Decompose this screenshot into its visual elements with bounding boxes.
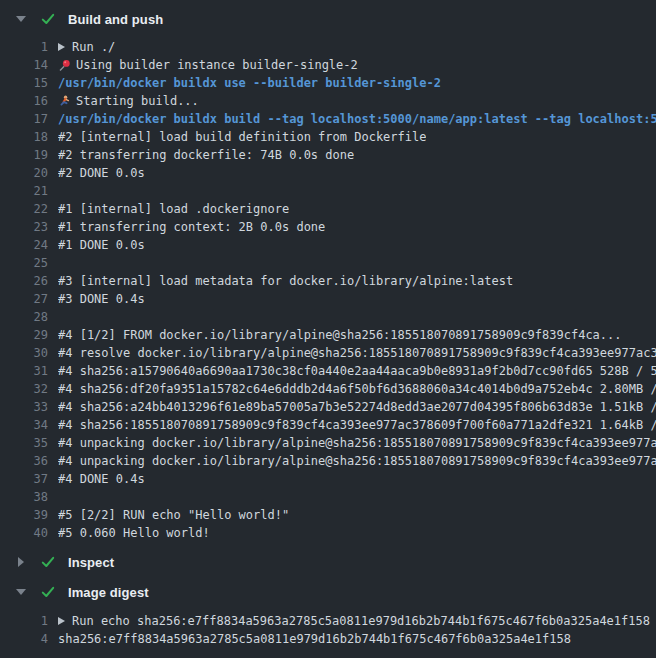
log-line: 29 #4 [1/2] FROM docker.io/library/alpin… [0, 326, 656, 344]
log-line: 37 #4 DONE 0.4s [0, 470, 656, 488]
line-number[interactable]: 33 [0, 398, 48, 416]
log-line: 31 #4 sha256:a15790640a6690aa1730c38cf0a… [0, 362, 656, 380]
line-number[interactable]: 20 [0, 164, 48, 182]
line-number[interactable]: 38 [0, 488, 48, 506]
section-header-image-digest[interactable]: Image digest [0, 581, 656, 603]
log-line-text: Starting build... [58, 92, 199, 110]
section-header-inspect[interactable]: Inspect [0, 551, 656, 573]
line-number[interactable]: 34 [0, 416, 48, 434]
log-line-text: #1 transferring context: 2B 0.0s done [58, 218, 325, 236]
log-line-text: sha256:e7ff8834a5963a2785c5a0811e979d16b… [58, 630, 571, 648]
line-number[interactable]: 19 [0, 146, 48, 164]
log-line-text: #4 unpacking docker.io/library/alpine@sh… [58, 434, 656, 452]
log-line-text: #1 DONE 0.0s [58, 236, 145, 254]
log-line-text: #4 unpacking docker.io/library/alpine@sh… [58, 452, 656, 470]
line-number[interactable]: 24 [0, 236, 48, 254]
log-line-text: #1 [internal] load .dockerignore [58, 200, 289, 218]
log-line-text: #5 0.060 Hello world! [58, 524, 210, 542]
pushpin-icon [58, 59, 71, 72]
log-line: 23 #1 transferring context: 2B 0.0s done [0, 218, 656, 236]
log-line-text: #2 transferring dockerfile: 74B 0.0s don… [58, 146, 354, 164]
log-line: 14 Using builder instance builder-single… [0, 56, 656, 74]
log-line: 35 #4 unpacking docker.io/library/alpine… [0, 434, 656, 452]
line-number[interactable]: 40 [0, 524, 48, 542]
line-number[interactable]: 22 [0, 200, 48, 218]
success-check-icon [40, 554, 56, 570]
line-number[interactable]: 1 [0, 38, 48, 56]
log-line-text: /usr/bin/docker buildx build --tag local… [58, 110, 656, 128]
log-line: 25 [0, 254, 656, 272]
log-line-text: #3 DONE 0.4s [58, 290, 145, 308]
log-line: 28 [0, 308, 656, 326]
log-line-text: #4 sha256:a24bb4013296f61e89ba57005a7b3e… [58, 398, 656, 416]
line-number[interactable]: 30 [0, 344, 48, 362]
log-group-line[interactable]: 1 Run ./ [0, 38, 656, 56]
chevron-down-icon [15, 16, 27, 22]
log-line: 21 [0, 182, 656, 200]
chevron-right-icon [15, 557, 27, 567]
log-line: 36 #4 unpacking docker.io/library/alpine… [0, 452, 656, 470]
line-number[interactable]: 37 [0, 470, 48, 488]
expand-arrow-icon[interactable] [58, 617, 65, 625]
log-line: 4 sha256:e7ff8834a5963a2785c5a0811e979d1… [0, 630, 656, 648]
section-log-lines: 1 Run ./ 14 Using builder instance build… [0, 38, 656, 542]
log-line: 39 #5 [2/2] RUN echo "Hello world!" [0, 506, 656, 524]
line-number[interactable]: 23 [0, 218, 48, 236]
log-line: 18 #2 [internal] load build definition f… [0, 128, 656, 146]
success-check-icon [40, 584, 56, 600]
log-line-text: #4 resolve docker.io/library/alpine@sha2… [58, 344, 656, 362]
success-check-icon [40, 11, 56, 27]
log-line: 16 Starting build... [0, 92, 656, 110]
log-line: 33 #4 sha256:a24bb4013296f61e89ba57005a7… [0, 398, 656, 416]
line-number[interactable]: 36 [0, 452, 48, 470]
log-line: 22 #1 [internal] load .dockerignore [0, 200, 656, 218]
log-line: 27 #3 DONE 0.4s [0, 290, 656, 308]
actions-log-viewer: Build and push 1 Run ./ 14 Using builder… [0, 0, 656, 658]
log-section: Inspect [0, 551, 656, 573]
line-number[interactable]: 15 [0, 74, 48, 92]
log-line: 20 #2 DONE 0.0s [0, 164, 656, 182]
log-line: 30 #4 resolve docker.io/library/alpine@s… [0, 344, 656, 362]
log-line-text: /usr/bin/docker buildx use --builder bui… [58, 74, 441, 92]
log-group-line[interactable]: 1 Run echo sha256:e7ff8834a5963a2785c5a0… [0, 612, 656, 630]
log-line-text: #4 sha256:a15790640a6690aa1730c38cf0a440… [58, 362, 656, 380]
log-line-text: #3 [internal] load metadata for docker.i… [58, 272, 513, 290]
line-number[interactable]: 4 [0, 630, 48, 648]
section-log-lines: 1 Run echo sha256:e7ff8834a5963a2785c5a0… [0, 612, 656, 648]
line-number[interactable]: 1 [0, 612, 48, 630]
log-line-text: Run ./ [58, 38, 115, 56]
log-line-text: Using builder instance builder-single-2 [58, 56, 358, 74]
line-number[interactable]: 16 [0, 92, 48, 110]
log-line-text: #4 sha256:df20fa9351a15782c64e6dddb2d4a6… [58, 380, 656, 398]
line-number[interactable]: 17 [0, 110, 48, 128]
section-title: Inspect [68, 555, 114, 570]
section-header-build-and-push[interactable]: Build and push [0, 8, 656, 30]
log-section: Build and push 1 Run ./ 14 Using builder… [0, 8, 656, 542]
line-number[interactable]: 31 [0, 362, 48, 380]
line-number[interactable]: 39 [0, 506, 48, 524]
line-number[interactable]: 26 [0, 272, 48, 290]
log-line-text: #2 DONE 0.0s [58, 164, 145, 182]
line-number[interactable]: 28 [0, 308, 48, 326]
log-line: 19 #2 transferring dockerfile: 74B 0.0s … [0, 146, 656, 164]
line-number[interactable]: 21 [0, 182, 48, 200]
section-title: Build and push [68, 12, 163, 27]
log-line-text: #2 [internal] load build definition from… [58, 128, 426, 146]
log-line: 40 #5 0.060 Hello world! [0, 524, 656, 542]
log-line: 24 #1 DONE 0.0s [0, 236, 656, 254]
line-number[interactable]: 29 [0, 326, 48, 344]
runner-icon [58, 95, 71, 108]
log-line: 17 /usr/bin/docker buildx build --tag lo… [0, 110, 656, 128]
line-number[interactable]: 14 [0, 56, 48, 74]
line-number[interactable]: 25 [0, 254, 48, 272]
expand-arrow-icon[interactable] [58, 43, 65, 51]
log-line: 15 /usr/bin/docker buildx use --builder … [0, 74, 656, 92]
chevron-down-icon [15, 589, 27, 595]
section-title: Image digest [68, 585, 149, 600]
line-number[interactable]: 27 [0, 290, 48, 308]
line-number[interactable]: 35 [0, 434, 48, 452]
log-section: Image digest 1 Run echo sha256:e7ff8834a… [0, 581, 656, 648]
line-number[interactable]: 18 [0, 128, 48, 146]
line-number[interactable]: 32 [0, 380, 48, 398]
log-line-text: Run echo sha256:e7ff8834a5963a2785c5a081… [58, 612, 650, 630]
